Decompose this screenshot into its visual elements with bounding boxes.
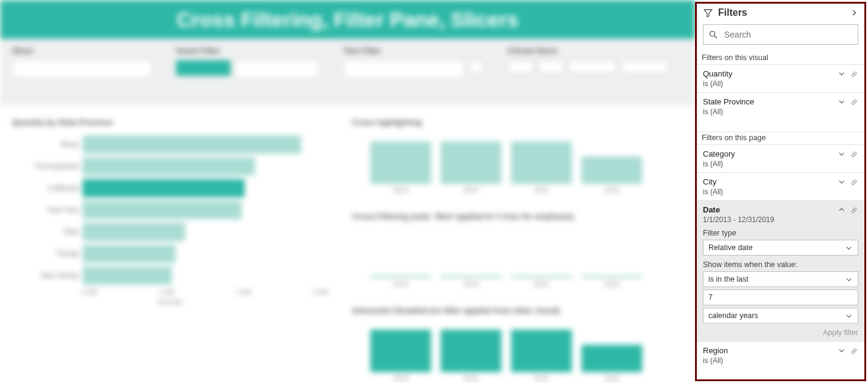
filter-card-name: Quantity: [703, 69, 838, 78]
bar[interactable]: [511, 276, 572, 278]
chevron-down-icon[interactable]: [838, 70, 846, 78]
bar[interactable]: [581, 276, 642, 278]
bar[interactable]: [83, 135, 301, 154]
filter-card-value: is (All): [703, 160, 858, 168]
filter-type-select[interactable]: Relative date: [703, 240, 858, 256]
filter-card-city[interactable]: Cityis (All): [697, 172, 864, 200]
x-axis-label: Quantity: [12, 298, 328, 305]
filter-card-name: City: [703, 177, 838, 186]
apply-filter-button[interactable]: Apply filter: [703, 328, 858, 337]
filter-card-region[interactable]: Regionis (All): [697, 341, 864, 369]
clear-filter-icon[interactable]: [850, 347, 858, 354]
text-filter-clear[interactable]: [469, 60, 483, 73]
filter-card-value: 1/1/2013 - 12/31/2019: [703, 215, 858, 224]
left-chart-title: Quantity by State Province: [12, 118, 328, 127]
section-filters-page: Filters on this page: [697, 132, 864, 144]
clear-filter-icon[interactable]: [850, 70, 858, 78]
filters-title: Filters: [718, 7, 845, 18]
slicer-label: Slicer: [12, 46, 152, 55]
filter-card-name: Date: [703, 205, 838, 214]
filter-card-state-province[interactable]: State Provinceis (All): [697, 92, 864, 120]
filter-card-value: is (All): [703, 188, 858, 196]
bar[interactable]: [581, 345, 642, 372]
bar[interactable]: [441, 141, 501, 184]
bar[interactable]: [83, 179, 245, 197]
search-box[interactable]: [703, 24, 858, 45]
bar[interactable]: [511, 141, 572, 184]
bar[interactable]: [83, 266, 172, 285]
mini-chart-title: Cross highlighting: [352, 118, 668, 127]
chiclet-item[interactable]: [538, 60, 565, 73]
slicer-dropdown[interactable]: [12, 60, 152, 78]
chiclet-slicer-label: Chiclet Slicer: [507, 46, 669, 55]
clear-filter-icon[interactable]: [850, 178, 858, 186]
bar-label: New York: [12, 206, 79, 214]
bar[interactable]: [581, 157, 642, 184]
clear-filter-icon[interactable]: [850, 98, 858, 106]
mini-chart-title: Interaction Disabled (no filter applied …: [352, 306, 668, 315]
smart-filter-chip[interactable]: [176, 60, 231, 76]
show-items-label: Show items when the value:: [703, 260, 858, 269]
chiclet-item[interactable]: [507, 60, 534, 73]
chiclet-item[interactable]: [620, 60, 669, 73]
clear-filter-icon[interactable]: [850, 150, 858, 158]
chevron-down-icon[interactable]: [838, 150, 846, 158]
section-filters-visual: Filters on this visual: [697, 52, 864, 64]
chevron-down-icon[interactable]: [838, 347, 846, 354]
search-input[interactable]: [723, 29, 853, 40]
op-select[interactable]: is in the last: [703, 271, 858, 287]
chevron-down-icon[interactable]: [838, 178, 846, 186]
bar[interactable]: [83, 245, 175, 263]
filter-card-name: Category: [703, 149, 838, 158]
filter-icon: [703, 8, 713, 18]
filter-card-name: State Province: [703, 97, 838, 106]
filters-pane: Filters Filters on this visual Quantityi…: [695, 2, 866, 381]
bar-label: Ohio: [12, 228, 79, 236]
chevron-down-icon[interactable]: [838, 98, 846, 106]
filter-card-value: is (All): [703, 107, 858, 116]
count-input[interactable]: 7: [703, 290, 858, 305]
bar-label: California: [12, 184, 79, 192]
bar[interactable]: [511, 330, 572, 372]
chevron-down-icon: [845, 312, 853, 320]
bar[interactable]: [370, 330, 431, 372]
smart-filter-input[interactable]: [234, 60, 319, 78]
bar[interactable]: [441, 276, 501, 278]
chevron-right-icon[interactable]: [850, 8, 858, 17]
bar[interactable]: [441, 330, 501, 372]
text-filter-input[interactable]: [344, 60, 465, 78]
filter-card-quantity[interactable]: Quantityis (All): [697, 64, 864, 92]
bar-label: Texas: [12, 140, 79, 149]
bar[interactable]: [370, 141, 431, 184]
filter-card-name: Region: [703, 346, 838, 355]
bar[interactable]: [370, 276, 431, 278]
page-title: Cross Filtering, Filter Pane, Slicers: [0, 0, 695, 39]
filter-card-category[interactable]: Categoryis (All): [697, 144, 864, 172]
chevron-down-icon: [845, 276, 853, 283]
svg-line-1: [714, 36, 717, 38]
bar-label: New Jersey: [12, 271, 79, 280]
bar-label: Florida: [12, 249, 79, 258]
smart-filter-label: Smart Filter: [176, 46, 319, 55]
clear-filter-icon[interactable]: [850, 206, 858, 214]
svg-point-0: [710, 32, 715, 36]
bar[interactable]: [83, 223, 185, 241]
filter-card-value: is (All): [703, 356, 858, 365]
unit-select[interactable]: calendar years: [703, 308, 858, 324]
chiclet-item[interactable]: [568, 60, 617, 73]
mini-chart-title: Cross-Filtering (note: 'Bird' applied to…: [352, 212, 668, 221]
bar-label: Pennsylvania: [12, 162, 79, 171]
filter-card-date[interactable]: Date 1/1/2013 - 12/31/2019 Filter type R…: [697, 200, 864, 341]
chevron-down-icon: [845, 244, 853, 252]
filter-card-value: is (All): [703, 80, 858, 88]
filter-type-label: Filter type: [703, 229, 858, 237]
search-icon: [708, 30, 718, 39]
chevron-up-icon[interactable]: [838, 206, 846, 214]
bar[interactable]: [83, 157, 255, 175]
bar[interactable]: [83, 201, 242, 219]
text-filter-label: Text Filter: [344, 46, 483, 55]
